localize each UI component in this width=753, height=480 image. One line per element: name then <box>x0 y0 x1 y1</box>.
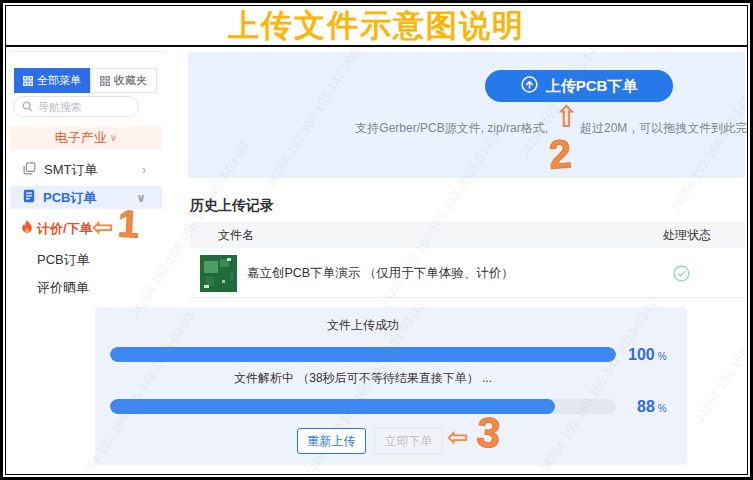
history-section-title: 历史上传记录 <box>190 197 274 215</box>
table-row[interactable]: 嘉立创PCB下单演示 （仅用于下单体验、计价） <box>190 250 745 296</box>
sidebar-item-review[interactable]: 评价晒单 <box>37 279 89 297</box>
column-status: 处理状态 <box>663 227 711 244</box>
pcb-order-icon <box>23 189 35 206</box>
upload-success-label: 文件上传成功 <box>110 317 616 334</box>
order-now-button[interactable]: 立即下单 <box>374 428 443 454</box>
reupload-button[interactable]: 重新上传 <box>297 428 366 454</box>
annotation-arrow-left-3: ⇦ <box>447 422 469 453</box>
upload-progress-fill <box>110 347 616 362</box>
sidebar-item-pcb-order-sub[interactable]: PCB订单 <box>37 251 90 269</box>
tab-label: 收藏夹 <box>114 73 147 88</box>
category-selector[interactable]: 电子产业 ∨ <box>10 126 162 149</box>
search-icon <box>22 98 33 116</box>
parse-progress-bar <box>110 399 616 414</box>
upload-pcb-button[interactable]: 上传PCB下单 <box>485 70 673 102</box>
pcb-thumbnail <box>200 255 237 292</box>
sidebar-divider <box>10 51 165 52</box>
annotation-arrow-up-2: ⇧ <box>554 99 579 134</box>
parsing-label: 文件解析中 （38秒后可不等待结果直接下单） ... <box>110 370 616 387</box>
flame-icon <box>21 220 33 234</box>
content-frame: 上传文件示意图说明 J4264 192.168.165.142 2023-03-… <box>5 5 748 475</box>
chevron-right-icon: › <box>142 163 146 177</box>
annotation-step-1: 1 <box>117 202 140 246</box>
chevron-down-icon: ∨ <box>136 191 146 205</box>
upload-progress-dialog: 文件上传成功 100% 文件解析中 （38秒后可不等待结果直接下单） ... 8… <box>95 307 687 465</box>
upload-progress-bar <box>110 347 616 362</box>
row-divider <box>190 297 745 298</box>
history-table-header: 文件名 处理状态 <box>190 222 745 248</box>
upload-percent-value: 100% <box>628 346 667 364</box>
smt-order-icon <box>23 162 36 178</box>
column-file-name: 文件名 <box>218 227 254 244</box>
sidebar-tabs: 全部菜单 收藏夹 <box>14 68 157 93</box>
file-name: 嘉立创PCB下单演示 （仅用于下单体验、计价） <box>247 265 514 282</box>
upload-button-label: 上传PCB下单 <box>546 77 638 96</box>
sidebar-item-smt-order[interactable]: SMT订单 › <box>10 159 162 181</box>
sidebar-item-quote-order[interactable]: 计价/下单 <box>37 220 93 238</box>
tab-all-menu[interactable]: 全部菜单 <box>14 68 90 93</box>
parse-percent-value: 88% <box>637 398 667 416</box>
annotation-step-2: 2 <box>547 131 572 177</box>
menu-label: PCB订单 <box>43 189 96 207</box>
nav-search[interactable] <box>13 96 139 117</box>
page-title: 上传文件示意图说明 <box>6 6 747 47</box>
chevron-down-icon: ∨ <box>110 132 117 143</box>
category-label: 电子产业 <box>55 129 107 147</box>
menu-label: SMT订单 <box>44 161 97 179</box>
annotation-arrow-left-1: ⇦ <box>92 212 114 243</box>
upload-dropzone[interactable]: 上传PCB下单 支持Gerber/PCB源文件, zip/rar格式, 超过20… <box>188 52 745 178</box>
search-input[interactable] <box>38 101 118 113</box>
grid-icon <box>23 76 33 86</box>
upload-tip-left: 支持Gerber/PCB源文件, zip/rar格式, <box>355 120 548 137</box>
tab-label: 全部菜单 <box>37 73 81 88</box>
status-check-icon <box>673 265 690 282</box>
app-body: J4264 192.168.165.142 2023-03-03 J4264 1… <box>6 47 747 472</box>
upload-cloud-icon <box>521 76 538 96</box>
annotation-step-3: 3 <box>475 408 502 458</box>
upload-tip-right: 超过20M，可以拖拽文件到此完成上传 <box>580 120 747 137</box>
screenshot-frame: 上传文件示意图说明 J4264 192.168.165.142 2023-03-… <box>0 0 753 480</box>
grid-icon <box>100 76 110 86</box>
tab-favorites[interactable]: 收藏夹 <box>90 68 157 93</box>
